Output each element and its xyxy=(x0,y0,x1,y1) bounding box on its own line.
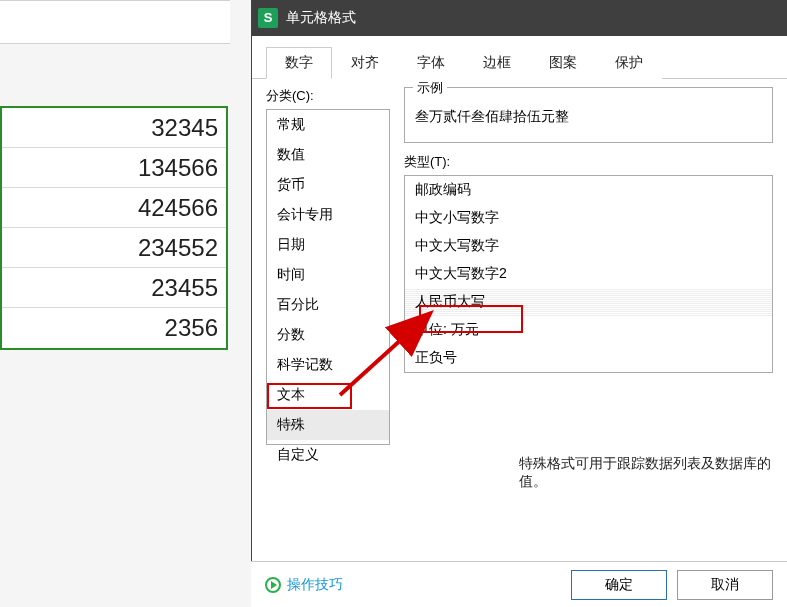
cancel-button[interactable]: 取消 xyxy=(677,570,773,600)
tab-pattern[interactable]: 图案 xyxy=(530,47,596,79)
category-item-general[interactable]: 常规 xyxy=(267,110,389,140)
type-list[interactable]: 邮政编码 中文小写数字 中文大写数字 中文大写数字2 人民币大写 单位: 万元 … xyxy=(404,175,773,373)
tips-link[interactable]: 操作技巧 xyxy=(265,576,343,594)
type-item-cn-upper-2[interactable]: 中文大写数字2 xyxy=(405,260,772,288)
description-text: 特殊格式可用于跟踪数据列表及数据库的值。 xyxy=(519,455,787,491)
tab-border[interactable]: 边框 xyxy=(464,47,530,79)
selection-range[interactable]: 32345 134566 424566 234552 23455 2356 xyxy=(0,106,228,350)
ok-button[interactable]: 确定 xyxy=(571,570,667,600)
spreadsheet: 32345 134566 424566 234552 23455 2356 xyxy=(0,44,230,350)
example-value: 叁万贰仟叁佰肆拾伍元整 xyxy=(415,108,762,126)
tab-number[interactable]: 数字 xyxy=(266,47,332,79)
category-item-scientific[interactable]: 科学记数 xyxy=(267,350,389,380)
cell[interactable]: 424566 xyxy=(2,188,226,228)
category-list[interactable]: 常规 数值 货币 会计专用 日期 时间 百分比 分数 科学记数 文本 特殊 自定… xyxy=(266,109,390,445)
type-item-sign[interactable]: 正负号 xyxy=(405,344,772,372)
dialog-footer: 操作技巧 确定 取消 xyxy=(251,561,787,607)
cell[interactable]: 32345 xyxy=(2,108,226,148)
sheet-header-blank xyxy=(0,0,230,44)
category-label: 分类(C): xyxy=(266,87,390,105)
category-item-percent[interactable]: 百分比 xyxy=(267,290,389,320)
type-item-wanyuan[interactable]: 单位: 万元 xyxy=(405,316,772,344)
category-item-date[interactable]: 日期 xyxy=(267,230,389,260)
type-item-postal[interactable]: 邮政编码 xyxy=(405,176,772,204)
type-item-cn-lower[interactable]: 中文小写数字 xyxy=(405,204,772,232)
cell[interactable]: 2356 xyxy=(2,308,226,348)
example-label: 示例 xyxy=(413,79,447,97)
category-item-special[interactable]: 特殊 xyxy=(267,410,389,440)
cell[interactable]: 234552 xyxy=(2,228,226,268)
category-item-accounting[interactable]: 会计专用 xyxy=(267,200,389,230)
tab-align[interactable]: 对齐 xyxy=(332,47,398,79)
category-item-fraction[interactable]: 分数 xyxy=(267,320,389,350)
category-item-currency[interactable]: 货币 xyxy=(267,170,389,200)
tab-font[interactable]: 字体 xyxy=(398,47,464,79)
type-item-rmb-upper[interactable]: 人民币大写 xyxy=(405,288,772,316)
play-icon xyxy=(265,577,281,593)
type-label: 类型(T): xyxy=(404,153,773,171)
tab-protect[interactable]: 保护 xyxy=(596,47,662,79)
category-item-custom[interactable]: 自定义 xyxy=(267,440,389,470)
tab-row: 数字 对齐 字体 边框 图案 保护 xyxy=(252,36,787,79)
cell-format-dialog: S 单元格格式 数字 对齐 字体 边框 图案 保护 分类(C): 常规 数值 货… xyxy=(251,0,787,607)
dialog-title: 单元格格式 xyxy=(286,9,356,27)
tips-label: 操作技巧 xyxy=(287,576,343,594)
example-box: 示例 叁万贰仟叁佰肆拾伍元整 xyxy=(404,87,773,143)
cell[interactable]: 134566 xyxy=(2,148,226,188)
category-item-text[interactable]: 文本 xyxy=(267,380,389,410)
app-logo-icon: S xyxy=(258,8,278,28)
type-item-cn-upper[interactable]: 中文大写数字 xyxy=(405,232,772,260)
dialog-titlebar: S 单元格格式 xyxy=(252,0,787,36)
category-item-time[interactable]: 时间 xyxy=(267,260,389,290)
category-item-number[interactable]: 数值 xyxy=(267,140,389,170)
cell[interactable]: 23455 xyxy=(2,268,226,308)
